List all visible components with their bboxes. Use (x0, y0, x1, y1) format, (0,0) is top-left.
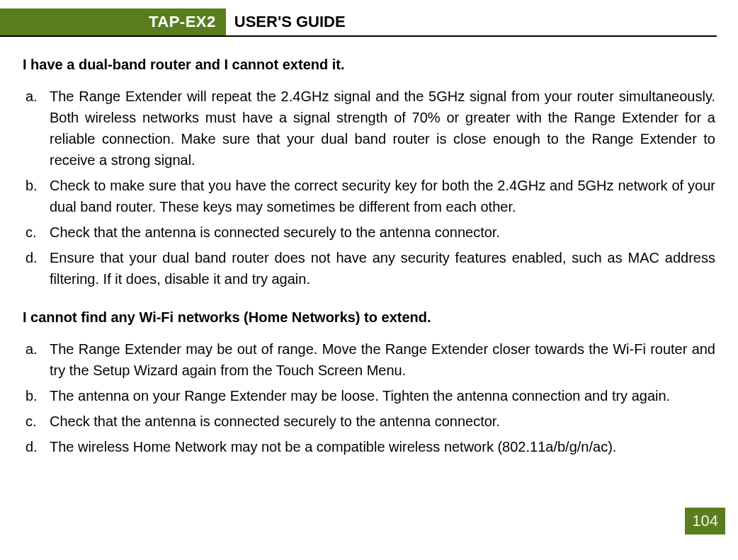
product-code: TAP-EX2 (149, 13, 216, 31)
list-item: d. Ensure that your dual band router doe… (50, 247, 715, 290)
list-text: Check that the antenna is connected secu… (50, 413, 500, 429)
faq-list-1: a. The Range Extender will repeat the 2.… (23, 86, 715, 290)
list-marker: b. (25, 175, 38, 196)
faq-list-2: a. The Range Extender may be out of rang… (23, 338, 715, 457)
list-text: The Range Extender may be out of range. … (50, 341, 715, 378)
list-item: b. Check to make sure that you have the … (50, 175, 715, 217)
list-text: The Range Extender will repeat the 2.4GH… (50, 88, 715, 168)
list-marker: c. (25, 411, 37, 432)
list-item: b. The antenna on your Range Extender ma… (50, 385, 715, 406)
faq-heading-1: I have a dual-band router and I cannot e… (23, 57, 715, 73)
list-text: Ensure that your dual band router does n… (50, 250, 715, 287)
list-marker: a. (25, 338, 38, 360)
list-text: Check to make sure that you have the cor… (50, 178, 715, 215)
guide-title-text: USER'S GUIDE (234, 13, 346, 31)
list-item: c. Check that the antenna is connected s… (50, 222, 715, 243)
page-header: TAP-EX2 USER'S GUIDE (0, 0, 717, 37)
list-marker: d. (25, 247, 38, 268)
list-item: a. The Range Extender may be out of rang… (50, 338, 715, 381)
list-item: a. The Range Extender will repeat the 2.… (50, 86, 715, 171)
list-marker: b. (25, 385, 38, 406)
list-marker: d. (25, 436, 38, 457)
list-marker: c. (25, 222, 37, 243)
list-text: The antenna on your Range Extender may b… (50, 388, 670, 404)
list-text: Check that the antenna is connected secu… (50, 224, 500, 240)
list-item: c. Check that the antenna is connected s… (50, 411, 715, 432)
page-content: I have a dual-band router and I cannot e… (0, 37, 738, 457)
page-number-container: 104 (685, 508, 725, 535)
list-text: The wireless Home Network may not be a c… (50, 439, 616, 455)
faq-heading-2: I cannot find any Wi-Fi networks (Home N… (23, 309, 715, 326)
page-number: 104 (685, 508, 725, 535)
list-item: d. The wireless Home Network may not be … (50, 436, 715, 457)
list-marker: a. (25, 86, 38, 107)
guide-title: USER'S GUIDE (226, 8, 346, 35)
product-badge: TAP-EX2 (0, 8, 226, 35)
